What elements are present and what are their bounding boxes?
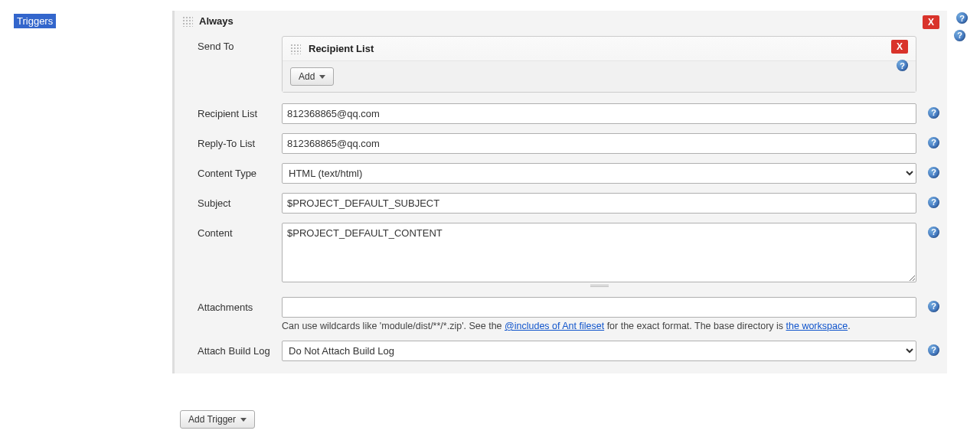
help-icon[interactable]: ? bbox=[897, 60, 908, 71]
hint-text: for the exact format. The base directory… bbox=[604, 321, 786, 331]
row-attachments: Attachments Can use wildcards like 'modu… bbox=[182, 292, 939, 336]
label-subject: Subject bbox=[182, 193, 282, 209]
drag-handle-icon[interactable] bbox=[182, 16, 193, 27]
attachments-input[interactable] bbox=[282, 297, 916, 318]
help-icon[interactable]: ? bbox=[928, 107, 939, 119]
ant-includes-link[interactable]: @includes of Ant fileset bbox=[505, 321, 604, 331]
hint-text: . bbox=[848, 321, 850, 331]
label-attach-log: Attach Build Log bbox=[182, 341, 282, 357]
delete-sendto-button[interactable]: X bbox=[891, 40, 908, 54]
row-replyto: Reply-To List ? bbox=[182, 129, 939, 158]
row-content: Content $PROJECT_DEFAULT_CONTENT ? bbox=[182, 218, 939, 292]
add-recipient-label: Add bbox=[299, 71, 315, 82]
attach-log-select[interactable]: Do Not Attach Build Log bbox=[282, 341, 916, 361]
help-icon[interactable]: ? bbox=[928, 167, 939, 178]
hint-text: Can use wildcards like 'module/dist/**/*… bbox=[282, 321, 505, 331]
attachments-hint: Can use wildcards like 'module/dist/**/*… bbox=[282, 318, 916, 331]
label-replyto: Reply-To List bbox=[182, 133, 282, 149]
trigger-footer: Add Trigger bbox=[172, 406, 263, 433]
help-icon[interactable]: ? bbox=[954, 30, 965, 41]
caret-down-icon bbox=[319, 75, 325, 79]
triggers-section-label: Triggers bbox=[14, 14, 56, 28]
trigger-header: Always X bbox=[175, 11, 947, 31]
content-type-select[interactable]: HTML (text/html) bbox=[282, 163, 916, 184]
label-attachments: Attachments bbox=[182, 297, 282, 313]
add-trigger-label: Add Trigger bbox=[188, 414, 236, 425]
row-subject: Subject ? bbox=[182, 188, 939, 218]
help-icon[interactable]: ? bbox=[928, 137, 939, 148]
add-trigger-button[interactable]: Add Trigger bbox=[180, 410, 255, 429]
label-recipient-list: Recipient List bbox=[182, 103, 282, 119]
workspace-link[interactable]: the workspace bbox=[786, 321, 848, 331]
sendto-header: Recipient List X bbox=[283, 37, 916, 61]
label-content-type: Content Type bbox=[182, 163, 282, 179]
help-icon[interactable]: ? bbox=[928, 301, 939, 312]
content-textarea[interactable]: $PROJECT_DEFAULT_CONTENT bbox=[282, 223, 916, 282]
subject-input[interactable] bbox=[282, 193, 916, 214]
label-content: Content bbox=[182, 223, 282, 239]
resize-grip-icon[interactable] bbox=[590, 285, 609, 288]
row-recipient-list: Recipient List ? bbox=[182, 99, 939, 129]
label-sendto: Send To bbox=[182, 36, 282, 52]
row-attach-log: Attach Build Log Do Not Attach Build Log… bbox=[182, 336, 939, 366]
help-icon[interactable]: ? bbox=[928, 197, 939, 208]
trigger-title: Always bbox=[199, 15, 234, 27]
add-recipient-button[interactable]: Add bbox=[290, 67, 334, 86]
help-icon[interactable]: ? bbox=[956, 12, 968, 24]
row-sendto: Send To Recipient List X ? Add bbox=[182, 31, 939, 99]
help-icon[interactable]: ? bbox=[928, 344, 939, 356]
delete-trigger-button[interactable]: X bbox=[923, 15, 939, 29]
help-icon[interactable]: ? bbox=[928, 227, 939, 238]
replyto-input[interactable] bbox=[282, 133, 916, 154]
sendto-block: Recipient List X ? Add bbox=[282, 36, 916, 93]
drag-handle-icon[interactable] bbox=[290, 44, 301, 54]
trigger-form: Send To Recipient List X ? Add bbox=[175, 31, 947, 373]
recipient-list-input[interactable] bbox=[282, 103, 916, 124]
caret-down-icon bbox=[240, 418, 247, 422]
row-content-type: Content Type HTML (text/html) ? bbox=[182, 158, 939, 188]
sendto-title: Recipient List bbox=[309, 43, 374, 54]
trigger-panel-always: Always X ? Send To Recipient List X ? A bbox=[172, 11, 947, 373]
